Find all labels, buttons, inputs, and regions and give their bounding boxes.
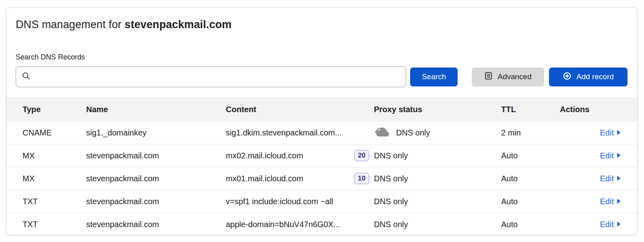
search-input-box[interactable] — [16, 66, 406, 87]
edit-arrow-icon — [617, 174, 621, 183]
edit-link[interactable]: Edit — [600, 197, 621, 206]
record-content: v=spf1 include:icloud.com ~all — [226, 197, 333, 206]
record-type: MX — [23, 151, 86, 160]
search-label: Search DNS Records — [16, 53, 627, 62]
edit-arrow-icon — [617, 197, 621, 206]
record-content: mx01.mail.icloud.com — [226, 174, 303, 183]
advanced-list-icon — [484, 72, 493, 82]
add-record-button[interactable]: Add record — [549, 68, 627, 86]
edit-arrow-icon — [617, 151, 621, 160]
proxy-status: DNS only — [396, 128, 430, 137]
record-content: mx02.mail.icloud.com — [226, 151, 303, 160]
table-row: MX stevenpackmail.com mx02.mail.icloud.c… — [6, 144, 637, 167]
record-ttl: Auto — [501, 174, 560, 183]
edit-link-label: Edit — [600, 197, 614, 206]
advanced-button[interactable]: Advanced — [472, 68, 544, 86]
edit-link[interactable]: Edit — [600, 220, 621, 229]
table-row: CNAME sig1._domainkey sig1.dkim.stevenpa… — [6, 121, 637, 144]
record-type: MX — [23, 174, 86, 183]
dns-management-card: DNS management for stevenpackmail.com Se… — [6, 7, 638, 235]
add-record-button-label: Add record — [576, 72, 614, 81]
table-row: MX stevenpackmail.com mx01.mail.icloud.c… — [6, 167, 637, 190]
record-ttl: Auto — [501, 151, 560, 160]
edit-link-label: Edit — [600, 151, 614, 160]
record-ttl: Auto — [501, 220, 560, 229]
record-content: apple-domain=bNuV47n6G0X... — [226, 220, 340, 229]
column-header-type: Type — [23, 105, 86, 114]
search-row: Search Advanced Add record — [16, 66, 627, 87]
edit-arrow-icon — [617, 220, 621, 229]
column-header-ttl: TTL — [501, 105, 560, 114]
edit-link-label: Edit — [600, 220, 614, 229]
proxy-status: DNS only — [374, 174, 408, 183]
add-plus-icon — [563, 72, 572, 82]
column-header-actions: Actions — [560, 105, 621, 114]
edit-link[interactable]: Edit — [600, 151, 621, 160]
record-name: stevenpackmail.com — [86, 174, 226, 183]
record-name: stevenpackmail.com — [86, 197, 226, 206]
edit-link-label: Edit — [600, 174, 614, 183]
priority-badge: 10 — [354, 173, 369, 184]
priority-badge: 20 — [354, 150, 369, 161]
record-name: sig1._domainkey — [86, 128, 226, 137]
record-ttl: 2 min — [501, 128, 560, 137]
proxy-status: DNS only — [374, 197, 408, 206]
page-title: DNS management for stevenpackmail.com — [16, 18, 627, 31]
page-title-domain: stevenpackmail.com — [125, 18, 232, 31]
record-type: TXT — [23, 197, 86, 206]
page-title-prefix: DNS management for — [16, 18, 125, 31]
record-ttl: Auto — [501, 197, 560, 206]
edit-arrow-icon — [617, 128, 621, 137]
edit-link[interactable]: Edit — [600, 128, 621, 137]
table-row: TXT stevenpackmail.com apple-domain=bNuV… — [6, 213, 637, 235]
column-header-name: Name — [86, 105, 226, 114]
column-header-proxy-status: Proxy status — [374, 105, 501, 114]
record-type: TXT — [23, 220, 86, 229]
table-body: CNAME sig1._domainkey sig1.dkim.stevenpa… — [6, 121, 637, 235]
column-header-content: Content — [226, 105, 374, 114]
proxy-status: DNS only — [374, 151, 408, 160]
record-content: sig1.dkim.stevenpackmail.com... — [226, 128, 342, 137]
dns-only-cloud-icon — [374, 125, 391, 140]
search-input[interactable] — [35, 72, 400, 81]
record-name: stevenpackmail.com — [86, 151, 226, 160]
record-name: stevenpackmail.com — [86, 220, 226, 229]
record-type: CNAME — [23, 128, 86, 137]
table-header-row: Type Name Content Proxy status TTL Actio… — [6, 97, 637, 121]
table-row: TXT stevenpackmail.com v=spf1 include:ic… — [6, 190, 637, 213]
edit-link-label: Edit — [600, 128, 614, 137]
dns-records-table: Type Name Content Proxy status TTL Actio… — [6, 97, 637, 235]
search-button[interactable]: Search — [410, 68, 458, 86]
advanced-button-label: Advanced — [497, 72, 532, 81]
edit-link[interactable]: Edit — [600, 174, 621, 183]
proxy-status: DNS only — [374, 220, 408, 229]
search-icon — [22, 72, 31, 82]
